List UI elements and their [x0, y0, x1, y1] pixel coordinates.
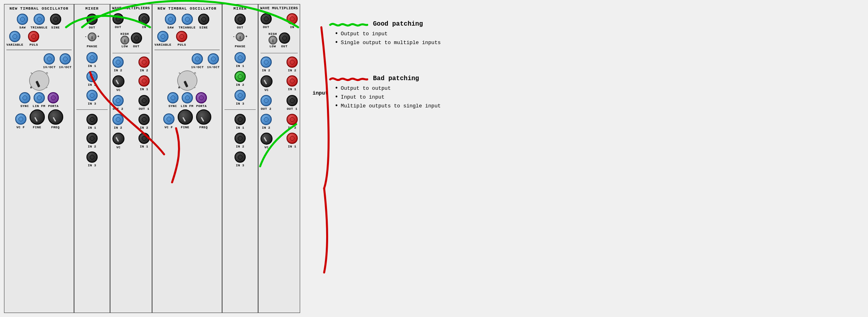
mixer1-out-label: OUT	[89, 26, 95, 29]
nto2-puls-jack[interactable]	[176, 31, 187, 42]
nto2-vcf-jack[interactable]	[163, 113, 174, 125]
nto2-freq-knob[interactable]	[196, 109, 211, 125]
nto1-freq: FREQ	[48, 109, 63, 129]
wavemult1-out-top-jack[interactable]	[112, 13, 124, 24]
wavemult2-out2-jack[interactable]	[261, 95, 272, 106]
wavemult2-out1-jack[interactable]	[287, 95, 298, 106]
bad-item-3: • Multiple outputs to single input	[328, 103, 464, 109]
nto1-variable-jack[interactable]	[9, 31, 20, 42]
nto2-triangle-jack[interactable]	[182, 14, 193, 25]
mixer2-in3b-jack[interactable]	[235, 151, 246, 163]
wavemult2-divider	[261, 53, 298, 53]
nto1-puls: PULS	[28, 31, 39, 46]
wavemult1-low-label: LOW	[122, 44, 128, 48]
nto1-vcf-jack[interactable]	[15, 113, 26, 125]
wavemult2-out-top-jack[interactable]	[261, 13, 272, 24]
mixer1-in3-jack[interactable]	[86, 90, 98, 101]
nto1-big-knob[interactable]: ∿ ⊓ M ⌐	[29, 71, 49, 91]
nto2-linfm-jack[interactable]	[182, 92, 193, 103]
mixer1-in1b-jack[interactable]	[86, 114, 98, 125]
mixer1-in3b-jack[interactable]	[86, 151, 98, 163]
wavemult2-in2-left-jack[interactable]	[261, 57, 272, 68]
mixer1-divider	[76, 109, 108, 110]
nto2-variable: VARIABLE	[154, 31, 171, 46]
nto2-divider1	[154, 50, 220, 50]
nto1-fine-knob[interactable]	[30, 109, 45, 125]
mixer1-in2-jack[interactable]	[86, 71, 98, 82]
wavemult1-in2b-right-jack[interactable]	[138, 114, 150, 125]
wavemult1-out-mid: OUT	[131, 32, 142, 48]
wavemult1-high-knob[interactable]	[120, 36, 129, 44]
mixer1-minus: -	[85, 35, 87, 39]
wavemult1-in1b-label: IN 1	[140, 145, 148, 148]
mixer1-in1-jack[interactable]	[86, 52, 98, 63]
wavemult1-out1-jack[interactable]	[138, 95, 150, 106]
nto2-saw-jack[interactable]	[165, 14, 176, 25]
bullet-1: •	[335, 30, 339, 37]
mixer2-in2b-jack[interactable]	[235, 133, 246, 144]
wavemult1-out2-jack[interactable]	[112, 95, 124, 106]
wavemult1-out-mid-jack[interactable]	[131, 32, 142, 44]
nto1-voct1-jack[interactable]	[44, 53, 55, 65]
nto1-module: NEW TIMBRAL OSCILLATOR SAW TRIANGLE SINE	[4, 4, 74, 313]
wavemult2-in1b-jack[interactable]	[287, 133, 298, 144]
mixer2-in3-jack[interactable]	[235, 90, 246, 101]
wavemult2-in1-jack[interactable]	[287, 75, 298, 87]
wavemult1-in1-jack[interactable]	[138, 75, 150, 87]
wavemult2-high-knob[interactable]	[269, 36, 277, 44]
wavemult1-vcb-knob[interactable]	[112, 133, 124, 145]
mixer2-phase-knob[interactable]	[236, 32, 245, 41]
nto2-sine-jack[interactable]	[198, 14, 209, 25]
nto1-saw-jack[interactable]	[17, 14, 28, 25]
nto1-linfm: LIN FM	[33, 92, 46, 108]
nto1-sync-jack[interactable]	[19, 92, 30, 103]
wavemult2-in-top-label: IN	[290, 25, 295, 29]
mixer2-out-jack[interactable]	[235, 14, 246, 25]
wavemult2-in2b-right-jack[interactable]	[287, 114, 298, 125]
nto1-puls-jack[interactable]	[28, 31, 39, 42]
nto2-sync-row: SYNC LIN FM PORTA	[154, 92, 220, 108]
nto2-big-knob[interactable]: ∿ ⊓ M ⌐	[177, 71, 197, 91]
wavemult2-out-mid-jack[interactable]	[279, 32, 290, 44]
nto2-voct2-jack[interactable]	[208, 53, 219, 65]
nto1-sine-jack[interactable]	[50, 14, 61, 25]
nto2-voct1-jack[interactable]	[192, 53, 203, 65]
wavemult2-in2-right-jack[interactable]	[287, 57, 298, 68]
wavemult1-in2-jack[interactable]	[112, 57, 124, 68]
nto1-title: NEW TIMBRAL OSCILLATOR	[10, 6, 68, 11]
nto2-voct2: 1V/OCT	[207, 53, 220, 69]
nto1-linfm-jack[interactable]	[34, 92, 45, 103]
mixer1-phase-knob[interactable]	[88, 32, 96, 41]
mixer2-in1-jack[interactable]	[235, 52, 246, 63]
wavemult1-in2-right-jack[interactable]	[138, 57, 150, 68]
nto2-porta-jack[interactable]	[196, 92, 207, 103]
wavemult1-vc-knob[interactable]	[112, 75, 124, 87]
nto2-sync-jack[interactable]	[167, 92, 178, 103]
nto1-sine-label: SINE	[51, 26, 60, 29]
wavemult2-vc-knob[interactable]	[261, 75, 273, 87]
wavemult2-out-top-label: OUT	[263, 25, 269, 29]
mixer1-in1b-label: IN 1	[88, 126, 96, 129]
mixer1-in2b-jack[interactable]	[86, 133, 98, 144]
mixer2-in1b-label: IN 1	[236, 126, 244, 129]
nto1-porta-jack[interactable]	[48, 92, 59, 103]
nto2-fine-knob[interactable]	[178, 109, 193, 125]
nto1-triangle-jack[interactable]	[34, 14, 45, 25]
nto1-voct2-jack[interactable]	[60, 53, 71, 65]
mixer2-in2b: IN 2	[235, 133, 246, 148]
wavemult2-high-section: HIGH LOW	[269, 32, 277, 48]
nto1-freq-knob[interactable]	[48, 109, 63, 125]
wavemult1-in1b-jack[interactable]	[138, 133, 150, 144]
wavemult2-in-top-jack[interactable]	[287, 13, 298, 24]
mixer2-in1b-jack[interactable]	[235, 114, 246, 125]
wavemult2-vcb-knob[interactable]	[261, 133, 273, 145]
mixer2-in2-jack[interactable]	[235, 71, 246, 82]
wavemult1-in2b-left-jack[interactable]	[112, 114, 124, 125]
wavemult1-in2-row: IN 2 IN 2	[112, 57, 150, 72]
wavemult1-in-top-jack[interactable]	[138, 13, 150, 24]
nto2-voct1-label: 1V/OCT	[191, 65, 204, 69]
wavemult2-in2b-left-label: IN 2	[262, 126, 270, 129]
mixer1-out-jack[interactable]	[86, 14, 98, 25]
wavemult2-in2b-left-jack[interactable]	[261, 114, 272, 125]
nto2-variable-jack[interactable]	[157, 31, 168, 42]
